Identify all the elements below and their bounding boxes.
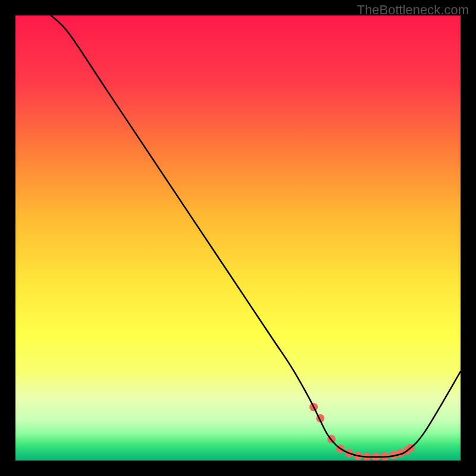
plot-area — [15, 15, 461, 461]
curve-line — [51, 15, 461, 457]
watermark-text: TheBottleneck.com — [357, 2, 469, 18]
chart-curve — [15, 15, 461, 461]
